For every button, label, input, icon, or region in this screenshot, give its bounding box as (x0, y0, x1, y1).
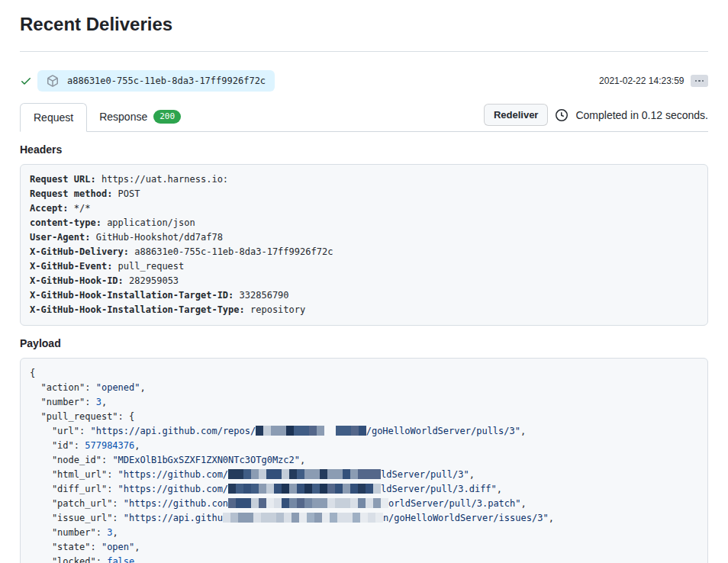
header-line: X-GitHub-Hook-Installation-Target-ID: 33… (30, 288, 698, 303)
recent-deliveries-panel: Recent Deliveries a88631e0-755c-11eb-8da… (0, 14, 728, 563)
tab-response[interactable]: Response 200 (87, 102, 193, 131)
clock-icon (556, 109, 568, 121)
tabnav-actions: Redeliver Completed in 0.12 seconds. (484, 104, 708, 131)
request-response-tabnav: Request Response 200 Redeliver Completed… (20, 102, 708, 132)
header-line: Request method: POST (30, 187, 698, 201)
delivery-row-right: 2021-02-22 14:23:59 (599, 75, 708, 87)
redacted-pixelation (223, 513, 383, 523)
delivery-guid: a88631e0-755c-11eb-8da3-17ff9926f72c (67, 76, 266, 86)
payload-line: "patch_url": "https://github.conorldServ… (30, 497, 698, 511)
redacted-pixelation (228, 484, 381, 494)
package-icon (47, 75, 59, 87)
payload-line: "html_url": "https://github.com/ldServer… (30, 468, 698, 482)
check-icon (20, 75, 32, 87)
payload-line: "number": 3, (30, 526, 698, 540)
payload-line: "locked": false, (30, 555, 698, 563)
payload-line: "pull_request": { (30, 410, 698, 424)
payload-box: { "action": "opened", "number": 3, "pull… (20, 358, 708, 563)
header-line: content-type: application/json (30, 216, 698, 230)
payload-line: { (30, 366, 698, 381)
payload-line: "id": 577984376, (30, 439, 698, 453)
payload-heading: Payload (20, 337, 708, 349)
tab-response-label: Response (99, 111, 147, 123)
redeliver-button[interactable]: Redeliver (484, 104, 549, 126)
response-status-badge: 200 (153, 110, 181, 124)
payload-line: "node_id": "MDExOlB1bGxSZXF1ZXN0NTc3OTg0… (30, 453, 698, 468)
kebab-icon (695, 80, 697, 82)
payload-line: "url": "https://api.github.com/repos/ /g… (30, 424, 698, 439)
header-line: User-Agent: GitHub-Hookshot/dd7af78 (30, 230, 698, 245)
redacted-pixelation (228, 469, 381, 479)
redacted-pixelation (336, 426, 366, 436)
completed-status-text: Completed in 0.12 seconds. (575, 109, 708, 121)
delivery-options-button[interactable] (691, 75, 709, 87)
redacted-pixelation (256, 426, 324, 436)
payload-line: "issue_url": "https://api.githun/goHello… (30, 511, 698, 526)
title-divider (20, 51, 708, 52)
delivery-timestamp: 2021-02-22 14:23:59 (599, 76, 684, 86)
header-line: Request URL: https://uat.harness.io: (30, 172, 698, 187)
header-line: X-GitHub-Event: pull_request (30, 259, 698, 274)
payload-line: "action": "opened", (30, 381, 698, 395)
payload-line: "number": 3, (30, 395, 698, 410)
header-line: X-GitHub-Hook-ID: 282959053 (30, 274, 698, 288)
header-line: X-GitHub-Hook-Installation-Target-Type: … (30, 303, 698, 317)
payload-line: "state": "open", (30, 540, 698, 555)
payload-line: "diff_url": "https://github.com/ldServer… (30, 482, 698, 497)
page-title: Recent Deliveries (20, 14, 708, 35)
headers-heading: Headers (20, 143, 708, 156)
header-line: X-GitHub-Delivery: a88631e0-755c-11eb-8d… (30, 245, 698, 259)
redacted-pixelation (228, 498, 388, 508)
delivery-guid-badge[interactable]: a88631e0-755c-11eb-8da3-17ff9926f72c (37, 70, 275, 92)
tab-request[interactable]: Request (20, 103, 87, 132)
headers-box: Request URL: https://uat.harness.io:Requ… (20, 164, 708, 326)
header-line: Accept: */* (30, 201, 698, 216)
delivery-row: a88631e0-755c-11eb-8da3-17ff9926f72c 202… (20, 70, 708, 92)
